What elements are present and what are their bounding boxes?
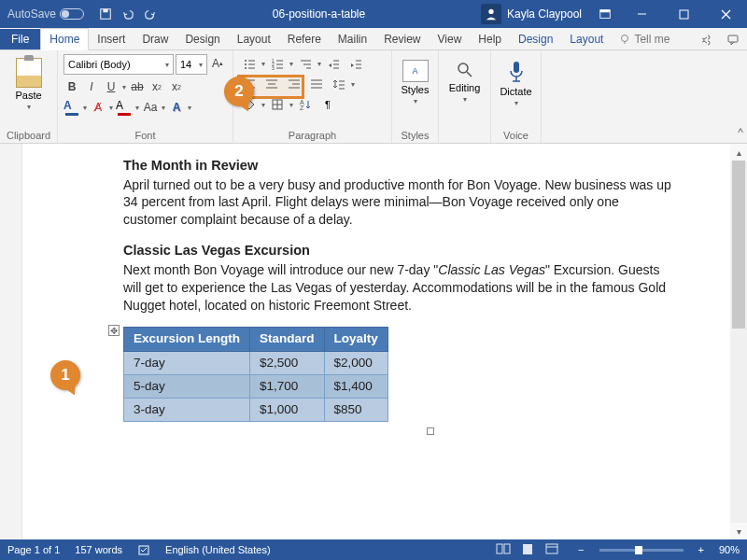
- svg-point-12: [245, 60, 247, 62]
- numbering-button[interactable]: 123: [267, 54, 288, 73]
- scroll-track[interactable]: [730, 161, 747, 523]
- text-effects-button[interactable]: A: [168, 98, 185, 117]
- autosave-switch[interactable]: [60, 8, 84, 20]
- show-hide-button[interactable]: ¶: [317, 95, 338, 114]
- dictate-label: Dictate: [500, 86, 531, 97]
- window-controls: [621, 0, 747, 28]
- table-resize-handle[interactable]: [427, 427, 434, 435]
- zoom-level[interactable]: 90%: [719, 544, 740, 555]
- tab-review[interactable]: Review: [375, 29, 429, 49]
- bold-button[interactable]: B: [63, 77, 80, 96]
- vertical-scrollbar[interactable]: ▴ ▾: [730, 144, 747, 539]
- text-highlight-button[interactable]: A: [63, 99, 80, 116]
- svg-point-9: [622, 35, 628, 42]
- table-header[interactable]: Standard: [250, 328, 325, 351]
- voice-group: Dictate ▾ Voice: [491, 50, 542, 143]
- page-content[interactable]: The Month in Review April turned out to …: [22, 144, 730, 539]
- callout-badge-2: 2: [224, 77, 254, 106]
- svg-line-54: [467, 72, 472, 77]
- word-count[interactable]: 157 words: [75, 544, 122, 555]
- dictate-button[interactable]: Dictate ▾: [497, 54, 535, 107]
- font-color-button[interactable]: A: [116, 99, 133, 116]
- tab-layout[interactable]: Layout: [229, 29, 279, 49]
- chevron-down-icon: ▾: [261, 60, 265, 68]
- tab-home[interactable]: Home: [40, 28, 89, 50]
- font-name-combo[interactable]: Calibri (Body)▾: [63, 54, 174, 75]
- page-indicator[interactable]: Page 1 of 1: [7, 544, 60, 555]
- zoom-in-button[interactable]: +: [698, 544, 704, 555]
- chevron-down-icon: ▾: [109, 104, 113, 112]
- tab-file[interactable]: File: [0, 29, 40, 49]
- underline-button[interactable]: U: [103, 77, 120, 96]
- proofing-icon[interactable]: [137, 543, 150, 556]
- language-indicator[interactable]: English (United States): [165, 544, 271, 555]
- web-layout-button[interactable]: [544, 542, 563, 557]
- styles-group-label: Styles: [398, 130, 432, 141]
- justify-button[interactable]: [306, 75, 327, 93]
- multilevel-list-button[interactable]: [295, 54, 316, 73]
- zoom-slider[interactable]: [599, 549, 684, 552]
- table-cell[interactable]: $1,000: [250, 399, 325, 422]
- table-header-row: Excursion Length Standard Loyalty: [124, 328, 388, 351]
- table-cell[interactable]: 5-day: [124, 374, 250, 398]
- table-cell[interactable]: $2,000: [324, 351, 388, 374]
- save-icon[interactable]: [99, 7, 112, 21]
- superscript-button[interactable]: x2: [168, 77, 185, 96]
- scroll-thumb[interactable]: [732, 161, 745, 329]
- tab-references[interactable]: Refere: [279, 29, 330, 49]
- italic-button[interactable]: I: [83, 77, 100, 96]
- redo-icon[interactable]: [144, 7, 157, 21]
- tell-me-search[interactable]: Tell me: [612, 29, 677, 49]
- font-size-combo[interactable]: 14▾: [176, 54, 207, 75]
- table-cell[interactable]: $850: [324, 399, 388, 422]
- table-cell[interactable]: 3-day: [124, 399, 250, 422]
- editing-button[interactable]: Editing ▾: [444, 54, 485, 104]
- bullets-button[interactable]: [239, 54, 260, 73]
- table-header[interactable]: Excursion Length: [124, 328, 250, 351]
- line-spacing-button[interactable]: [329, 75, 349, 93]
- table-cell[interactable]: $1,400: [324, 374, 388, 398]
- zoom-out-button[interactable]: −: [578, 544, 584, 555]
- styles-label: Styles: [402, 84, 430, 95]
- tab-table-design[interactable]: Design: [510, 29, 561, 49]
- decrease-indent-button[interactable]: [323, 54, 344, 73]
- table-cell[interactable]: 7-day: [124, 351, 250, 374]
- table-header[interactable]: Loyalty: [324, 328, 388, 351]
- close-button[interactable]: [705, 0, 747, 28]
- comments-button[interactable]: [719, 29, 747, 49]
- tab-table-layout[interactable]: Layout: [561, 29, 612, 49]
- increase-indent-button[interactable]: [345, 54, 366, 73]
- undo-icon[interactable]: [121, 7, 134, 21]
- collapse-ribbon-button[interactable]: ^: [738, 126, 743, 139]
- paste-button[interactable]: Paste ▾: [6, 54, 51, 111]
- user-account[interactable]: Kayla Claypool: [473, 4, 589, 24]
- autosave-toggle[interactable]: AutoSave: [0, 7, 92, 21]
- chevron-down-icon: ▾: [289, 60, 293, 68]
- minimize-button[interactable]: [621, 0, 663, 28]
- table-move-handle[interactable]: ✥: [108, 325, 120, 336]
- print-layout-button[interactable]: [520, 542, 539, 557]
- table-cell[interactable]: $1,700: [250, 374, 325, 398]
- tab-design[interactable]: Design: [176, 29, 228, 49]
- scroll-down-button[interactable]: ▾: [730, 523, 747, 539]
- editing-label: Editing: [449, 82, 481, 93]
- styles-button[interactable]: A Styles ▾: [398, 54, 432, 105]
- share-button[interactable]: [691, 29, 719, 49]
- tab-help[interactable]: Help: [470, 29, 510, 49]
- chevron-down-icon: ▾: [261, 101, 265, 109]
- tab-draw[interactable]: Draw: [134, 29, 176, 49]
- subscript-button[interactable]: x2: [148, 77, 165, 96]
- read-mode-button[interactable]: [496, 542, 514, 557]
- scroll-up-button[interactable]: ▴: [730, 144, 747, 161]
- table-cell[interactable]: $2,500: [250, 351, 325, 374]
- change-case-button[interactable]: Aa: [142, 98, 159, 117]
- tab-insert[interactable]: Insert: [89, 29, 134, 49]
- clear-formatting-button[interactable]: A̸: [90, 98, 106, 117]
- strikethrough-button[interactable]: ab: [129, 77, 146, 96]
- maximize-button[interactable]: [663, 0, 705, 28]
- tab-view[interactable]: View: [430, 29, 471, 49]
- pricing-table[interactable]: Excursion Length Standard Loyalty 7-day …: [123, 327, 388, 422]
- grow-font-button[interactable]: A▴: [209, 54, 226, 73]
- tab-mailings[interactable]: Mailin: [330, 29, 375, 49]
- ribbon-display-icon[interactable]: [589, 7, 621, 21]
